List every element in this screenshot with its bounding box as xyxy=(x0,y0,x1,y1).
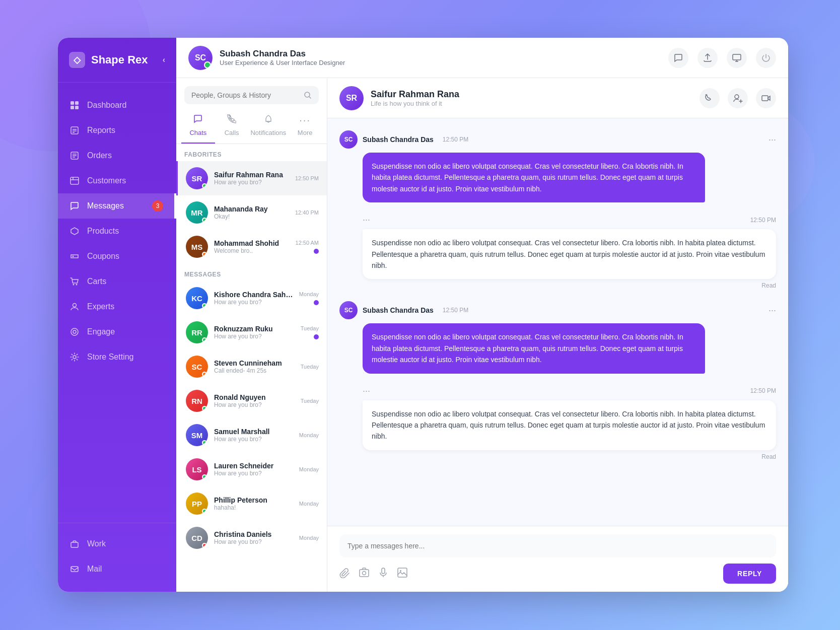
svg-point-35 xyxy=(400,570,401,572)
chat-preview: How are you bro? xyxy=(214,538,293,545)
more-tab-icon: ··· xyxy=(299,114,311,126)
svg-point-21 xyxy=(73,356,76,359)
tab-more-label: More xyxy=(298,129,313,136)
message-input[interactable] xyxy=(347,542,768,550)
sidebar-collapse-btn[interactable]: ‹ xyxy=(163,55,165,64)
online-dot xyxy=(202,218,207,223)
online-dot xyxy=(202,337,207,342)
topbar-upload-btn[interactable] xyxy=(697,48,718,68)
list-item[interactable]: MS Mohammad Shohid Welcome bro.. 12:50 A… xyxy=(176,230,327,264)
tab-more[interactable]: ··· More xyxy=(288,110,322,144)
sidebar-item-experts[interactable]: Experts xyxy=(58,294,176,319)
products-icon xyxy=(69,226,80,237)
msg-menu-btn[interactable]: ··· xyxy=(768,134,776,145)
image-icon[interactable] xyxy=(397,567,408,581)
video-call-btn[interactable] xyxy=(756,88,776,108)
svg-rect-2 xyxy=(71,106,74,109)
chat-search-input[interactable] xyxy=(191,91,299,99)
messages-area: SC Subash Chandra Das 12:50 PM ··· Suspe… xyxy=(327,118,788,526)
bubble-time: 12:50 PM xyxy=(750,387,776,394)
sidebar-item-label: Products xyxy=(87,227,119,236)
svg-point-16 xyxy=(73,284,75,286)
sidebar-item-label: Dashboard xyxy=(87,101,126,110)
bubble-received: Suspendisse non odio ac libero volutpat … xyxy=(363,229,776,279)
list-item[interactable]: SR Saifur Rahman Rana How are you bro? 1… xyxy=(176,161,327,195)
chat-meta: Tueday xyxy=(301,364,319,370)
chat-search-wrap[interactable] xyxy=(184,86,319,104)
online-dot xyxy=(202,372,207,377)
sidebar-item-dashboard[interactable]: Dashboard xyxy=(58,93,176,118)
logo-icon: ◇ xyxy=(69,52,85,68)
svg-rect-30 xyxy=(360,570,369,577)
tab-notifications[interactable]: Notifications xyxy=(248,110,288,144)
msg-time: 12:50 PM xyxy=(443,307,468,314)
sidebar-item-products[interactable]: Products xyxy=(58,219,176,244)
list-item[interactable]: RN Ronald Nguyen How are you bro? Tueday xyxy=(176,384,327,418)
online-dot xyxy=(202,543,207,548)
tab-calls[interactable]: Calls xyxy=(215,110,249,144)
online-dot xyxy=(202,252,207,257)
chat-preview: Okay! xyxy=(214,213,289,220)
chat-time: 12:50 AM xyxy=(296,240,319,246)
topbar-user-info: Subash Chandra Das User Experience & Use… xyxy=(220,49,345,66)
chat-name: Christina Daniels xyxy=(214,530,293,538)
chat-time: Monday xyxy=(299,501,319,507)
voice-call-btn[interactable] xyxy=(699,88,720,108)
work-icon xyxy=(69,538,80,549)
sidebar-nav: Dashboard Reports xyxy=(58,83,176,523)
tab-calls-label: Calls xyxy=(225,129,239,136)
list-item[interactable]: KC Kishore Chandra Sahoo How are you bro… xyxy=(176,281,327,315)
sidebar-item-store-setting[interactable]: Store Setting xyxy=(58,344,176,370)
reply-button[interactable]: REPLY xyxy=(723,564,776,584)
topbar-chat-btn[interactable] xyxy=(668,48,688,68)
online-dot xyxy=(202,406,207,411)
list-item[interactable]: SM Samuel Marshall How are you bro? Mond… xyxy=(176,418,327,452)
chat-name: Roknuzzam Ruku xyxy=(214,325,295,333)
customers-icon xyxy=(69,175,80,186)
online-dot xyxy=(202,183,207,188)
chat-name: Kishore Chandra Sahoo xyxy=(214,291,293,299)
list-item[interactable]: CD Christina Daniels How are you bro? Mo… xyxy=(176,521,327,555)
list-item[interactable]: LS Lauren Schneider How are you bro? Mon… xyxy=(176,452,327,486)
sidebar-item-engage[interactable]: Engage xyxy=(58,319,176,344)
camera-icon[interactable] xyxy=(359,567,370,581)
search-icon xyxy=(304,91,312,99)
chat-input-box[interactable] xyxy=(339,534,776,557)
avatar: MR xyxy=(186,201,208,224)
chat-time: Tueday xyxy=(301,325,319,331)
sidebar-item-label: Work xyxy=(87,539,106,548)
svg-rect-4 xyxy=(71,127,78,134)
sidebar-item-work[interactable]: Work xyxy=(58,531,176,556)
topbar-monitor-btn[interactable] xyxy=(727,48,747,68)
sidebar-item-reports[interactable]: Reports xyxy=(58,118,176,143)
sidebar-item-mail[interactable]: Mail xyxy=(58,556,176,582)
sidebar-item-orders[interactable]: Orders xyxy=(58,143,176,168)
list-item[interactable]: RR Roknuzzam Ruku How are you bro? Tueda… xyxy=(176,315,327,349)
chat-info: Mohammad Shohid Welcome bro.. xyxy=(214,239,290,254)
sidebar-item-coupons[interactable]: Coupons xyxy=(58,244,176,269)
chat-info: Lauren Schneider How are you bro? xyxy=(214,462,293,477)
read-label: Read xyxy=(363,282,776,289)
list-item[interactable]: PP Phillip Peterson hahaha! Monday xyxy=(176,486,327,521)
sidebar-item-label: Reports xyxy=(87,126,115,135)
topbar-power-btn[interactable] xyxy=(756,48,776,68)
attach-icon[interactable] xyxy=(339,567,351,581)
sidebar-item-carts[interactable]: Carts xyxy=(58,269,176,294)
sidebar-item-messages[interactable]: Messages 3 xyxy=(58,193,176,219)
sidebar-item-customers[interactable]: Customers xyxy=(58,168,176,193)
list-item[interactable]: SC Steven Cunnineham Call ended- 4m 25s … xyxy=(176,349,327,384)
chat-time: 12:40 PM xyxy=(295,209,319,216)
tab-chats[interactable]: Chats xyxy=(181,110,215,144)
list-item[interactable]: MR Mahananda Ray Okay! 12:40 PM xyxy=(176,195,327,230)
msg-avatar: SC xyxy=(339,301,358,319)
chat-preview: How are you bro? xyxy=(214,333,295,340)
tab-notifications-label: Notifications xyxy=(250,129,286,136)
avatar: LS xyxy=(186,458,208,480)
topbar-user-role: User Experience & User Interface Designe… xyxy=(220,59,345,66)
msg-menu-btn[interactable]: ··· xyxy=(768,305,776,316)
mic-icon[interactable] xyxy=(378,567,389,581)
add-user-btn[interactable] xyxy=(728,88,748,108)
app-container: ◇ Shape Rex ‹ Dashboard xyxy=(58,38,788,592)
online-dot xyxy=(202,509,207,514)
online-dot xyxy=(202,474,207,479)
